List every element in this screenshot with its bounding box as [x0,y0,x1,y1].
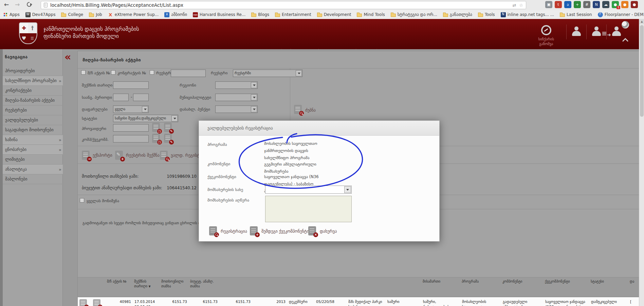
sidebar-item-limits[interactable]: ლიმიტები [3,155,63,165]
bookmark-item[interactable]: Last Session [560,12,592,17]
bookmark-item[interactable]: Development [317,12,351,17]
component-pick-button[interactable]: ◳ [152,134,160,143]
bookmark-item[interactable]: FFloorplanner - DEM... [598,12,644,17]
grid-header-created[interactable]: შექმნის თარიღი ▼ [133,278,160,297]
settlement-select[interactable] [215,106,258,113]
grid-header-hidden[interactable] [347,278,386,297]
contract-number-checkbox[interactable] [111,70,115,75]
row-add-button[interactable]: + [79,299,87,306]
back-icon[interactable]: ← [4,1,9,8]
search-button-label[interactable]: ძებნა [305,108,316,113]
sidebar-item-treasury[interactable]: ხაზინა» [3,135,63,145]
bookmark-item[interactable]: College [61,12,83,17]
grid-header-hidden[interactable] [386,278,421,297]
bookmark-item[interactable]: განათლება [443,12,472,17]
sort-desc-icon[interactable]: ▼ [148,285,150,288]
grid-header-hidden[interactable] [287,278,314,297]
language-globe-icon[interactable] [622,21,629,28]
extension-icon[interactable]: ☁ [602,1,609,8]
url-text[interactable]: localhost/Hmis.Billing.Web/Pages/Accepta… [50,2,509,8]
extension-icon[interactable]: t [555,1,562,8]
row-view-button[interactable] [93,299,100,306]
region-select[interactable] [215,81,258,89]
extension-icon[interactable]: + [574,1,581,8]
modal-header[interactable]: ვალდებულებების რეგისტრაცია [199,121,439,136]
modal-register-button-icon[interactable] [209,226,217,235]
sidebar-item-acceptance-acts[interactable]: მიღება-ჩაბარების აქტები [3,96,63,106]
modal-close-button-icon[interactable]: × [308,226,316,235]
select-all-checkbox[interactable] [80,198,84,203]
bookmark-item[interactable]: Mind Tools [357,12,385,17]
sidebar-item-templates[interactable]: შაბლონები [3,174,63,184]
create-registry-button-icon[interactable]: + [115,151,123,160]
component-clear-button[interactable]: ✎ [164,134,172,143]
modal-close-button-label[interactable]: დახურვა [320,229,337,234]
sidebar-item-contracts[interactable]: კონტრაქტები [3,86,63,96]
extension-icon[interactable]: ა [564,1,571,8]
extension-icon[interactable]: ● [631,1,638,8]
grid-header-component[interactable]: კომპონენტი [501,278,544,297]
export-button-label[interactable]: ექსპორტი [93,153,112,158]
search-button-icon[interactable] [294,105,302,114]
service-desc-textarea[interactable] [265,196,352,222]
extension-icon[interactable]: ●1 [612,1,619,8]
grid-header-subcomponent[interactable]: ქვეკომპონენტი [544,278,589,297]
sidebar-item-payment-requests[interactable]: საგადახდო მოთხოვნები [3,125,63,135]
service-type-select[interactable] [265,186,352,194]
registry-select[interactable]: რეესტრში [233,70,302,77]
created-date-input[interactable] [113,81,149,89]
grid-header-act-number[interactable]: მ/ჩ აქტის № [106,278,133,297]
create-registry-button-label[interactable]: რეესტრის შექმნა [126,153,160,158]
provider-input[interactable] [113,124,149,132]
export-button-icon[interactable]: → [82,151,90,160]
provider-clear-button[interactable]: ✎ [164,123,172,132]
bookmark-item[interactable]: Job [89,12,102,17]
scroll-up-arrow[interactable]: ▲ [639,19,644,24]
bookmark-item[interactable]: Blogs [251,12,269,17]
grid-header-hidden[interactable] [314,278,347,297]
grid-header-tail[interactable]: და [628,278,640,297]
modal-next-subcomponent-button-label[interactable]: შემდეგი ქვეკომპონენტი [261,229,309,234]
grid-header-budget[interactable]: ბიუჯეტ. ანაზღ. თანხა [189,278,219,297]
bookmark-item[interactable]: Tools [478,12,495,17]
extension-icon[interactable]: ▣ [545,1,552,8]
bookmark-item[interactable]: WDev47Apps [25,12,56,17]
speed-test-button[interactable]: სიჩქარის გაზომვა [538,25,554,46]
act-number-checkbox[interactable] [81,70,86,75]
page-scrollbar[interactable]: ▲ [639,19,644,306]
bookmark-item[interactable]: Entertainment [275,12,311,17]
bookmark-item[interactable]: xამბიონი [164,12,187,17]
grid-header-program[interactable]: პროგრამა [460,278,501,297]
user-profile-icon[interactable] [571,26,582,37]
grid-header-address[interactable]: მისამართი [421,278,460,297]
period-from-input[interactable] [113,94,129,101]
component-input[interactable] [113,135,149,142]
sidebar-item-providers[interactable]: პროვაიდერები [3,66,63,76]
collapse-header-icon[interactable] [622,37,628,43]
scrollbar-thumb[interactable] [640,25,644,117]
registry-number-checkbox[interactable] [150,70,154,75]
extension-icon[interactable]: # [583,1,590,8]
bookmark-item[interactable]: Ninline asp.net tags... ... [501,12,554,17]
status-select[interactable]: საწყისი შეყვანა;დამტკიცებული [113,115,178,122]
grid-header-status[interactable]: სტატუსი [589,278,628,297]
provider-pick-button[interactable]: ◳ [152,123,160,132]
bookmark-item[interactable]: XeXtreme Power Sup... [108,12,159,17]
reload-icon[interactable] [27,2,32,7]
forward-icon[interactable]: → [15,1,20,8]
modal-register-button-label[interactable]: რეგისტრაცია [221,229,247,234]
registry-number-input[interactable] [171,70,206,77]
send-to-device-icon[interactable]: ⇄ [512,3,516,8]
extension-icon[interactable]: ● [621,1,628,8]
bookmark-star-icon[interactable]: ☆ [519,3,523,8]
grid-header-requested[interactable]: მოთხოვნილი თანხა [160,278,189,297]
sidebar-item-dictionaries[interactable]: ცნობარები» [3,145,63,155]
bookmark-item[interactable]: HBRHarvard Business Re... [193,12,245,17]
extension-icon[interactable]: N [593,1,600,8]
address-bar[interactable]: localhost/Hmis.Billing.Web/Pages/Accepta… [41,1,526,9]
register-obligation-button-icon[interactable] [160,151,168,160]
bookmark-item[interactable]: Apps [3,12,20,17]
sidebar-collapse-button[interactable]: « [65,53,70,61]
sidebar-item-registries[interactable]: რეესტრები [3,106,63,115]
logout-icon[interactable]: ➜ [611,26,622,37]
